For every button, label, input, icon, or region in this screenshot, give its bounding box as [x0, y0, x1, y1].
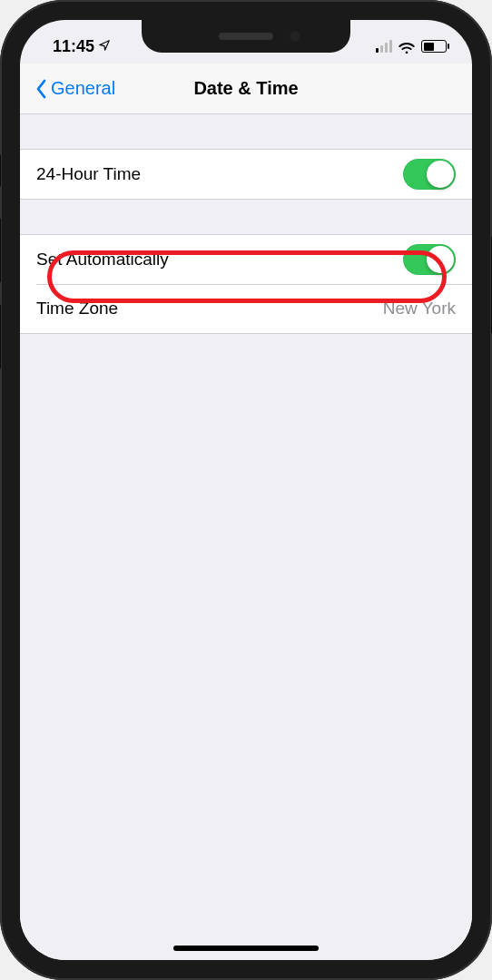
- volume-down-button: [0, 304, 1, 369]
- settings-group-2: Set Automatically Time Zone New York: [20, 234, 472, 334]
- content: 24-Hour Time Set Automatically Time Zone…: [20, 114, 472, 960]
- settings-group-1: 24-Hour Time: [20, 149, 472, 200]
- speaker: [219, 33, 273, 40]
- mute-switch: [0, 154, 1, 187]
- home-indicator[interactable]: [173, 946, 319, 951]
- status-bar-left: 11:45: [53, 37, 111, 56]
- row-24-hour-time: 24-Hour Time: [20, 150, 472, 199]
- back-label: General: [51, 78, 115, 99]
- phone-device-frame: 11:45: [0, 0, 492, 980]
- status-bar-right: [376, 40, 447, 53]
- screen: 11:45: [20, 20, 472, 960]
- nav-bar: General Date & Time: [20, 64, 472, 114]
- battery-fill: [424, 43, 435, 51]
- page-title: Date & Time: [193, 78, 298, 99]
- front-camera: [290, 31, 300, 42]
- toggle-knob: [427, 161, 454, 188]
- toggle-24-hour-time[interactable]: [403, 159, 456, 190]
- status-time: 11:45: [53, 37, 94, 56]
- location-icon: [98, 37, 111, 56]
- volume-up-button: [0, 218, 1, 283]
- battery-icon: [421, 40, 447, 53]
- notch: [142, 20, 350, 53]
- row-label: Set Automatically: [36, 250, 169, 270]
- cell-signal-icon: [376, 40, 392, 53]
- toggle-set-automatically[interactable]: [403, 244, 456, 275]
- row-set-automatically: Set Automatically: [20, 235, 472, 284]
- wifi-icon: [398, 40, 416, 53]
- row-label: Time Zone: [36, 299, 118, 318]
- back-button[interactable]: General: [29, 64, 121, 113]
- chevron-left-icon: [34, 79, 47, 99]
- row-label: 24-Hour Time: [36, 164, 141, 184]
- row-time-zone[interactable]: Time Zone New York: [20, 284, 472, 333]
- row-value: New York: [383, 299, 456, 318]
- toggle-knob: [427, 246, 454, 273]
